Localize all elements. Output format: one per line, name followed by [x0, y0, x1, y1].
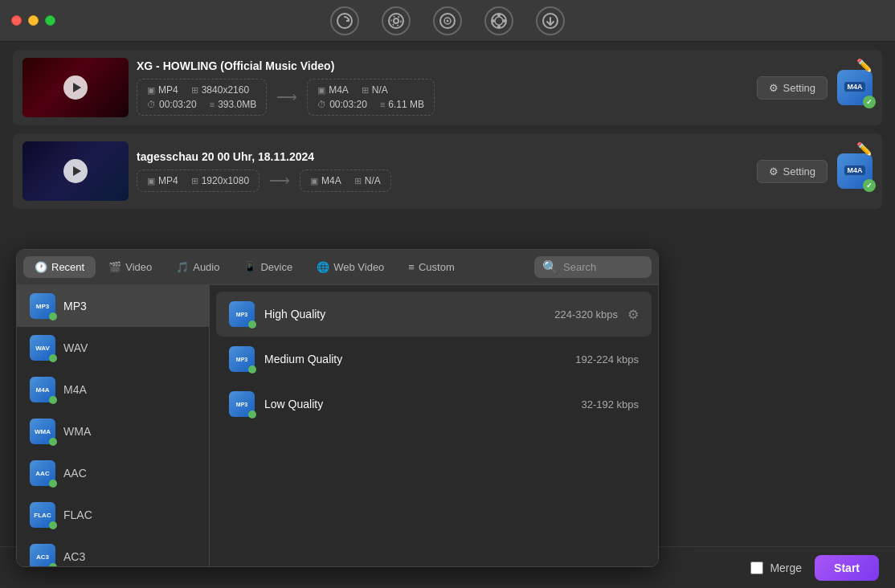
medium-quality-kbps: 192-224 kbps	[575, 353, 639, 365]
gear-icon[interactable]: ⚙	[627, 307, 639, 322]
format-badge: M4A ✓	[837, 153, 873, 189]
resolution-icon: ⊞	[191, 85, 198, 96]
video-thumbnail[interactable]	[22, 58, 129, 117]
low-quality-badge-text: MP3	[236, 402, 247, 407]
medium-quality-badge: MP3	[229, 346, 255, 372]
format-left-item-aac[interactable]: AAC AAC	[17, 452, 209, 494]
play-button[interactable]	[63, 159, 88, 183]
resolution-icon: ⊞	[191, 176, 198, 186]
device-icon: 📱	[243, 261, 256, 273]
tab-audio[interactable]: 🎵 Audio	[165, 256, 231, 278]
minimize-button[interactable]	[28, 15, 39, 26]
merge-checkbox[interactable]	[750, 561, 763, 574]
search-icon: 🔍	[542, 259, 558, 275]
output-duration: ⏱ 00:03:20	[317, 99, 367, 110]
output-size: ≡ 6.11 MB	[380, 99, 424, 110]
quality-item-high[interactable]: MP3 High Quality 224-320 kbps ⚙	[216, 292, 652, 337]
settings-icon[interactable]	[382, 6, 411, 35]
svg-point-8	[495, 17, 503, 25]
video-icon: 🎬	[108, 261, 121, 273]
setting-button[interactable]: ⚙ Setting	[757, 76, 828, 100]
convert-icon[interactable]	[484, 6, 513, 35]
maximize-button[interactable]	[45, 15, 55, 26]
close-button[interactable]	[11, 15, 22, 26]
webvideo-icon: 🌐	[317, 261, 329, 273]
media-icon[interactable]	[433, 6, 462, 35]
medium-quality-badge-text: MP3	[236, 357, 247, 362]
tab-video[interactable]: 🎬 Video	[97, 256, 163, 278]
high-quality-name: High Quality	[264, 308, 325, 321]
format-left-item-m4a[interactable]: M4A M4A	[17, 369, 209, 410]
video-title: tagesschau 20 00 Uhr, 18.11.2024	[137, 150, 749, 163]
quality-item-medium[interactable]: MP3 Medium Quality 192-224 kbps	[216, 337, 652, 382]
aac-badge: AAC	[30, 460, 55, 486]
duration-icon: ⏱	[147, 100, 156, 109]
custom-icon: ≡	[408, 261, 415, 273]
source-format: ▣ MP4	[147, 175, 178, 186]
search-input[interactable]	[563, 261, 644, 273]
edit-icon[interactable]: ✏️	[856, 58, 873, 73]
format-left-item-ac3[interactable]: AC3 AC3	[17, 536, 209, 566]
arrow-icon: ⟶	[276, 88, 297, 106]
setting-button[interactable]: ⚙ Setting	[757, 160, 828, 183]
flac-badge-text: FLAC	[34, 512, 51, 519]
output-format-box: ▣ M4A ⊞ N/A	[300, 169, 391, 192]
svg-point-10	[497, 25, 501, 28]
tab-webvideo[interactable]: 🌐 Web Video	[305, 256, 395, 278]
ac3-badge: AC3	[30, 544, 55, 566]
play-button[interactable]	[63, 76, 88, 100]
format-left-item-wma[interactable]: WMA WMA	[17, 410, 209, 452]
flac-badge: FLAC	[30, 502, 55, 528]
low-quality-name: Low Quality	[264, 398, 323, 410]
svg-point-6	[447, 19, 449, 22]
tab-bar: 🕐 Recent 🎬 Video 🎵 Audio 📱 Device 🌐 Web …	[17, 250, 658, 285]
format-left-item-flac[interactable]: FLAC FLAC	[17, 494, 209, 536]
source-resolution: ⊞ 3840x2160	[191, 84, 249, 96]
output-res-icon: ⊞	[362, 85, 369, 96]
mp3-badge: MP3	[30, 293, 55, 319]
refresh-icon[interactable]	[330, 6, 359, 35]
tab-custom[interactable]: ≡ Custom	[397, 256, 465, 278]
output-format: ▣ M4A	[317, 84, 349, 96]
quality-info: Medium Quality	[264, 352, 566, 366]
download-icon[interactable]	[536, 6, 565, 35]
badge-check-icon: ✓	[863, 179, 876, 192]
format-left-panel: MP3 MP3 WAV WAV M4A M4A	[17, 285, 210, 566]
m4a-badge: M4A	[30, 377, 55, 402]
aac-badge-text: AAC	[35, 470, 49, 477]
format-left-item-mp3[interactable]: MP3 MP3	[17, 285, 209, 327]
gear-icon: ⚙	[769, 82, 779, 94]
source-format-box: ▣ MP4 ⊞ 1920x1080	[137, 169, 260, 192]
format-selector-overlay: 🕐 Recent 🎬 Video 🎵 Audio 📱 Device 🌐 Web …	[16, 249, 659, 567]
high-quality-kbps: 224-320 kbps	[554, 308, 618, 321]
start-button[interactable]: Start	[815, 555, 879, 581]
video-info: tagesschau 20 00 Uhr, 18.11.2024 ▣ MP4 ⊞…	[129, 150, 757, 192]
svg-point-0	[337, 14, 352, 28]
tab-recent[interactable]: 🕐 Recent	[23, 256, 96, 278]
quality-item-low[interactable]: MP3 Low Quality 32-192 kbps	[216, 382, 652, 427]
format-body: MP3 MP3 WAV WAV M4A M4A	[17, 285, 658, 566]
badge-check-icon: ✓	[863, 96, 876, 108]
high-quality-badge-text: MP3	[236, 312, 247, 317]
merge-label: Merge	[770, 561, 802, 574]
format-left-item-wav[interactable]: WAV WAV	[17, 327, 209, 369]
format-boxes: ▣ MP4 ⊞ 3840x2160 ⏱ 00:03:20	[137, 79, 749, 116]
format-icon: ▣	[147, 85, 155, 96]
video-thumbnail[interactable]	[22, 141, 129, 201]
tab-device[interactable]: 📱 Device	[232, 256, 304, 278]
output-resolution: ⊞ N/A	[362, 84, 388, 96]
svg-point-2	[394, 18, 398, 23]
quality-info: High Quality	[264, 307, 545, 321]
format-right-panel: MP3 High Quality 224-320 kbps ⚙ MP3 Medi…	[210, 285, 658, 566]
source-format: ▣ MP4	[147, 84, 178, 96]
source-duration: ⏱ 00:03:20	[147, 99, 197, 110]
wav-badge: WAV	[30, 335, 55, 361]
edit-icon[interactable]: ✏️	[856, 141, 873, 157]
medium-quality-name: Medium Quality	[264, 353, 342, 365]
output-format-icon: ▣	[310, 176, 318, 186]
format-boxes: ▣ MP4 ⊞ 1920x1080 ⟶	[137, 169, 749, 192]
search-box: 🔍	[534, 256, 652, 278]
output-res-icon: ⊞	[354, 176, 362, 186]
format-icon: ▣	[147, 176, 155, 186]
audio-icon: 🎵	[176, 261, 189, 273]
